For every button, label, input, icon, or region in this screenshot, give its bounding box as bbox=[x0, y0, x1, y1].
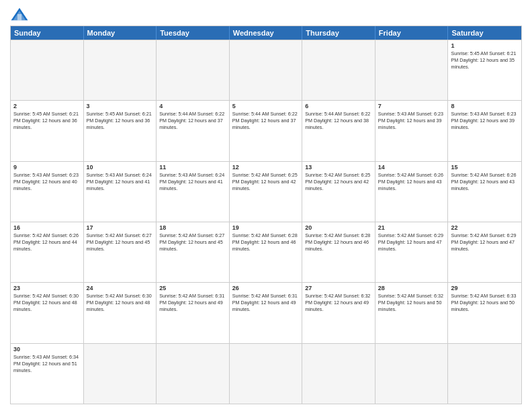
cell-info: Sunrise: 5:42 AM Sunset: 6:27 PM Dayligh… bbox=[87, 232, 154, 253]
day-number: 8 bbox=[451, 103, 519, 109]
cal-row-5: 30Sunrise: 5:43 AM Sunset: 6:34 PM Dayli… bbox=[11, 343, 521, 404]
cal-cell: 13Sunrise: 5:42 AM Sunset: 6:25 PM Dayli… bbox=[302, 162, 375, 222]
cal-cell: 19Sunrise: 5:42 AM Sunset: 6:28 PM Dayli… bbox=[230, 222, 303, 282]
cal-cell: 9Sunrise: 5:43 AM Sunset: 6:23 PM Daylig… bbox=[11, 162, 84, 222]
day-number: 23 bbox=[13, 285, 81, 291]
day-number: 27 bbox=[305, 285, 372, 291]
cal-cell: 7Sunrise: 5:43 AM Sunset: 6:23 PM Daylig… bbox=[375, 101, 449, 161]
cell-info: Sunrise: 5:42 AM Sunset: 6:26 PM Dayligh… bbox=[378, 172, 445, 192]
svg-rect-2 bbox=[17, 14, 21, 20]
cal-cell bbox=[302, 344, 375, 404]
day-number: 13 bbox=[305, 164, 372, 171]
cal-cell: 2Sunrise: 5:45 AM Sunset: 6:21 PM Daylig… bbox=[11, 101, 84, 161]
weekday-sunday: Sunday bbox=[11, 26, 84, 40]
cell-info: Sunrise: 5:42 AM Sunset: 6:29 PM Dayligh… bbox=[378, 232, 445, 253]
cal-row-4: 23Sunrise: 5:42 AM Sunset: 6:30 PM Dayli… bbox=[11, 282, 521, 342]
cal-cell bbox=[84, 344, 157, 404]
cell-info: Sunrise: 5:43 AM Sunset: 6:23 PM Dayligh… bbox=[378, 111, 445, 131]
cal-cell bbox=[230, 344, 303, 404]
day-number: 1 bbox=[451, 42, 519, 49]
cell-info: Sunrise: 5:44 AM Sunset: 6:22 PM Dayligh… bbox=[159, 111, 226, 131]
cal-cell: 8Sunrise: 5:43 AM Sunset: 6:23 PM Daylig… bbox=[448, 101, 521, 161]
cal-cell: 22Sunrise: 5:42 AM Sunset: 6:29 PM Dayli… bbox=[448, 222, 521, 282]
day-number: 9 bbox=[13, 164, 81, 171]
cal-cell: 23Sunrise: 5:42 AM Sunset: 6:30 PM Dayli… bbox=[11, 283, 84, 342]
cal-cell: 3Sunrise: 5:45 AM Sunset: 6:21 PM Daylig… bbox=[84, 101, 157, 161]
cal-cell: 12Sunrise: 5:42 AM Sunset: 6:25 PM Dayli… bbox=[230, 162, 303, 222]
calendar: SundayMondayTuesdayWednesdayThursdayFrid… bbox=[10, 26, 522, 404]
calendar-header: SundayMondayTuesdayWednesdayThursdayFrid… bbox=[11, 26, 521, 40]
calendar-body: 1Sunrise: 5:45 AM Sunset: 6:21 PM Daylig… bbox=[11, 40, 521, 404]
cal-cell bbox=[375, 344, 449, 404]
cal-cell: 10Sunrise: 5:43 AM Sunset: 6:24 PM Dayli… bbox=[84, 162, 157, 222]
day-number: 25 bbox=[159, 285, 226, 291]
day-number: 20 bbox=[305, 224, 372, 231]
cell-info: Sunrise: 5:43 AM Sunset: 6:24 PM Dayligh… bbox=[159, 172, 226, 192]
cell-info: Sunrise: 5:42 AM Sunset: 6:31 PM Dayligh… bbox=[232, 293, 300, 313]
day-number: 3 bbox=[87, 103, 154, 109]
day-number: 21 bbox=[378, 224, 445, 231]
cal-cell bbox=[157, 40, 230, 100]
cal-cell bbox=[375, 40, 449, 100]
cell-info: Sunrise: 5:42 AM Sunset: 6:32 PM Dayligh… bbox=[378, 293, 445, 313]
cell-info: Sunrise: 5:42 AM Sunset: 6:30 PM Dayligh… bbox=[87, 293, 154, 313]
cal-cell: 4Sunrise: 5:44 AM Sunset: 6:22 PM Daylig… bbox=[157, 101, 230, 161]
cal-cell: 24Sunrise: 5:42 AM Sunset: 6:30 PM Dayli… bbox=[84, 283, 157, 342]
day-number: 7 bbox=[378, 103, 445, 109]
day-number: 18 bbox=[159, 224, 226, 231]
day-number: 22 bbox=[451, 224, 519, 231]
cell-info: Sunrise: 5:42 AM Sunset: 6:26 PM Dayligh… bbox=[451, 172, 519, 192]
cal-cell: 1Sunrise: 5:45 AM Sunset: 6:21 PM Daylig… bbox=[448, 40, 521, 100]
weekday-saturday: Saturday bbox=[448, 26, 521, 40]
cal-cell bbox=[230, 40, 303, 100]
cell-info: Sunrise: 5:43 AM Sunset: 6:34 PM Dayligh… bbox=[13, 354, 81, 374]
cell-info: Sunrise: 5:42 AM Sunset: 6:27 PM Dayligh… bbox=[159, 232, 226, 253]
cell-info: Sunrise: 5:42 AM Sunset: 6:25 PM Dayligh… bbox=[232, 172, 300, 192]
cell-info: Sunrise: 5:42 AM Sunset: 6:30 PM Dayligh… bbox=[13, 293, 81, 313]
weekday-wednesday: Wednesday bbox=[230, 26, 303, 40]
cal-cell: 30Sunrise: 5:43 AM Sunset: 6:34 PM Dayli… bbox=[11, 344, 84, 404]
cal-cell: 20Sunrise: 5:42 AM Sunset: 6:28 PM Dayli… bbox=[302, 222, 375, 282]
day-number: 10 bbox=[87, 164, 154, 171]
cell-info: Sunrise: 5:44 AM Sunset: 6:22 PM Dayligh… bbox=[232, 111, 300, 131]
day-number: 14 bbox=[378, 164, 445, 171]
cell-info: Sunrise: 5:45 AM Sunset: 6:21 PM Dayligh… bbox=[87, 111, 154, 131]
cal-row-2: 9Sunrise: 5:43 AM Sunset: 6:23 PM Daylig… bbox=[11, 161, 521, 222]
cal-cell: 29Sunrise: 5:42 AM Sunset: 6:33 PM Dayli… bbox=[448, 283, 521, 342]
page: SundayMondayTuesdayWednesdayThursdayFrid… bbox=[0, 0, 532, 411]
cell-info: Sunrise: 5:44 AM Sunset: 6:22 PM Dayligh… bbox=[305, 111, 372, 131]
day-number: 29 bbox=[451, 285, 519, 291]
cal-row-3: 16Sunrise: 5:42 AM Sunset: 6:26 PM Dayli… bbox=[11, 222, 521, 282]
cal-cell: 21Sunrise: 5:42 AM Sunset: 6:29 PM Dayli… bbox=[375, 222, 449, 282]
cal-cell: 11Sunrise: 5:43 AM Sunset: 6:24 PM Dayli… bbox=[157, 162, 230, 222]
day-number: 15 bbox=[451, 164, 519, 171]
cell-info: Sunrise: 5:42 AM Sunset: 6:26 PM Dayligh… bbox=[13, 232, 81, 253]
logo bbox=[10, 7, 32, 21]
day-number: 28 bbox=[378, 285, 445, 291]
cell-info: Sunrise: 5:43 AM Sunset: 6:24 PM Dayligh… bbox=[87, 172, 154, 192]
cell-info: Sunrise: 5:42 AM Sunset: 6:25 PM Dayligh… bbox=[305, 172, 372, 192]
day-number: 30 bbox=[13, 346, 81, 353]
cell-info: Sunrise: 5:45 AM Sunset: 6:21 PM Dayligh… bbox=[13, 111, 81, 131]
cal-cell: 15Sunrise: 5:42 AM Sunset: 6:26 PM Dayli… bbox=[448, 162, 521, 222]
cal-cell: 26Sunrise: 5:42 AM Sunset: 6:31 PM Dayli… bbox=[230, 283, 303, 342]
cell-info: Sunrise: 5:42 AM Sunset: 6:28 PM Dayligh… bbox=[232, 232, 300, 253]
cal-cell bbox=[11, 40, 84, 100]
day-number: 17 bbox=[87, 224, 154, 231]
cal-cell: 16Sunrise: 5:42 AM Sunset: 6:26 PM Dayli… bbox=[11, 222, 84, 282]
day-number: 12 bbox=[232, 164, 300, 171]
cell-info: Sunrise: 5:43 AM Sunset: 6:23 PM Dayligh… bbox=[451, 111, 519, 131]
day-number: 16 bbox=[13, 224, 81, 231]
cal-row-1: 2Sunrise: 5:45 AM Sunset: 6:21 PM Daylig… bbox=[11, 100, 521, 161]
weekday-friday: Friday bbox=[375, 26, 449, 40]
cal-cell: 17Sunrise: 5:42 AM Sunset: 6:27 PM Dayli… bbox=[84, 222, 157, 282]
header bbox=[10, 7, 522, 21]
weekday-tuesday: Tuesday bbox=[157, 26, 230, 40]
cal-cell: 14Sunrise: 5:42 AM Sunset: 6:26 PM Dayli… bbox=[375, 162, 449, 222]
day-number: 24 bbox=[87, 285, 154, 291]
cal-cell bbox=[157, 344, 230, 404]
day-number: 5 bbox=[232, 103, 300, 109]
logo-icon bbox=[10, 7, 29, 21]
cal-cell: 28Sunrise: 5:42 AM Sunset: 6:32 PM Dayli… bbox=[375, 283, 449, 342]
day-number: 11 bbox=[159, 164, 226, 171]
